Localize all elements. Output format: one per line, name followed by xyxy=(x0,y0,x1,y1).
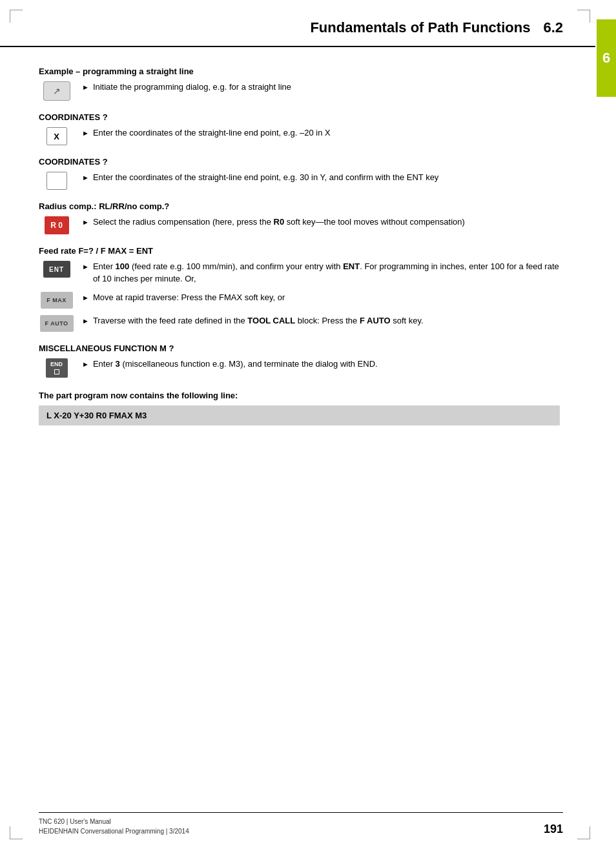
key-r0-icon: R 0 xyxy=(45,216,69,234)
page-footer: TNC 620 | User's Manual HEIDENHAIN Conve… xyxy=(39,812,563,836)
text-cell-fauto: ► Traverse with the feed rate defined in… xyxy=(82,315,560,327)
text-arrow: Initiate the programming dialog, e.g. fo… xyxy=(93,81,291,94)
section-coords-1: COORDINATES ? X ► Enter the coordinates … xyxy=(39,112,560,145)
end-label: END xyxy=(50,362,63,368)
footer-line1: TNC 620 | User's Manual xyxy=(39,817,189,826)
row-arrow: ↗ ► Initiate the programming dialog, e.g… xyxy=(39,81,560,101)
text-cell-fmax: ► Move at rapid traverse: Press the FMAX… xyxy=(82,292,560,304)
footer-info: TNC 620 | User's Manual HEIDENHAIN Conve… xyxy=(39,817,189,836)
text-cell-r0: ► Select the radius compensation (here, … xyxy=(82,216,560,229)
page-number: 191 xyxy=(544,823,563,836)
text-blank: Enter the coordinates of the straight-li… xyxy=(93,172,438,184)
page-header: Fundamentals of Path Functions 6.2 xyxy=(0,0,595,47)
row-x-key: X ► Enter the coordinates of the straigh… xyxy=(39,127,560,145)
chapter-number: 6 xyxy=(602,50,610,66)
text-end: Enter 3 (miscellaneous function e.g. M3)… xyxy=(93,358,378,371)
row-fmax: F MAX ► Move at rapid traverse: Press th… xyxy=(39,292,560,309)
section-misc: MISCELLANEOUS FUNCTION M ? END ► Enter 3… xyxy=(39,343,560,378)
text-cell-x: ► Enter the coordinates of the straight-… xyxy=(82,127,560,139)
bullet-arrow-end: ► xyxy=(82,360,89,370)
key-x-icon: X xyxy=(46,127,67,145)
row-end: END ► Enter 3 (miscellaneous function e.… xyxy=(39,358,560,378)
section-number: 6.2 xyxy=(543,19,563,36)
section-feedrate: Feed rate F=? / F MAX = ENT ENT ► Enter … xyxy=(39,246,560,332)
icon-cell-blank xyxy=(39,172,74,190)
heading-feedrate: Feed rate F=? / F MAX = ENT xyxy=(39,246,560,256)
text-fmax: Move at rapid traverse: Press the FMAX s… xyxy=(93,292,285,304)
page-title: Fundamentals of Path Functions xyxy=(310,19,530,36)
corner-mark-bl xyxy=(10,826,23,839)
bullet-arrow: ► xyxy=(82,83,89,93)
section-radius: Radius comp.: RL/RR/no comp.? R 0 ► Sele… xyxy=(39,201,560,234)
heading-misc: MISCELLANEOUS FUNCTION M ? xyxy=(39,343,560,353)
icon-cell-x: X xyxy=(39,127,74,145)
program-line-box: L X-20 Y+30 R0 FMAX M3 xyxy=(39,405,560,425)
text-ent: Enter 100 (feed rate e.g. 100 mm/min), a… xyxy=(93,261,560,285)
heading-program-line: The part program now contains the follow… xyxy=(39,391,560,400)
heading-radius: Radius comp.: RL/RR/no comp.? xyxy=(39,201,560,211)
heading-coords-2: COORDINATES ? xyxy=(39,157,560,167)
key-fauto-icon: F AUTO xyxy=(40,315,74,332)
icon-cell-ent: ENT xyxy=(39,261,74,278)
section-program-line: The part program now contains the follow… xyxy=(39,391,560,425)
icon-cell-r0: R 0 xyxy=(39,216,74,234)
bullet-arrow-x: ► xyxy=(82,128,89,139)
heading-coords-1: COORDINATES ? xyxy=(39,112,560,122)
text-fauto: Traverse with the feed rate defined in t… xyxy=(93,315,424,327)
corner-mark-br xyxy=(577,826,590,839)
bullet-arrow-ent: ► xyxy=(82,262,89,272)
chapter-tab: 6 xyxy=(597,19,616,97)
end-square xyxy=(54,369,59,374)
text-cell-ent: ► Enter 100 (feed rate e.g. 100 mm/min),… xyxy=(82,261,560,285)
key-fmax-icon: F MAX xyxy=(41,292,73,309)
icon-cell-arrow: ↗ xyxy=(39,81,74,101)
footer-line2: HEIDENHAIN Conversational Programming | … xyxy=(39,826,189,836)
text-cell-end: ► Enter 3 (miscellaneous function e.g. M… xyxy=(82,358,560,371)
icon-cell-fmax: F MAX xyxy=(39,292,74,309)
row-blank-key: ► Enter the coordinates of the straight-… xyxy=(39,172,560,190)
row-ent: ENT ► Enter 100 (feed rate e.g. 100 mm/m… xyxy=(39,261,560,285)
text-x: Enter the coordinates of the straight-li… xyxy=(93,127,331,139)
key-blank-icon xyxy=(46,172,67,190)
bullet-arrow-blank: ► xyxy=(82,173,89,183)
icon-cell-end: END xyxy=(39,358,74,378)
bullet-arrow-r0: ► xyxy=(82,218,89,228)
key-ent-icon: ENT xyxy=(43,261,70,278)
text-cell-blank: ► Enter the coordinates of the straight-… xyxy=(82,172,560,184)
section-example: Example – programming a straight line ↗ … xyxy=(39,66,560,101)
text-cell-arrow: ► Initiate the programming dialog, e.g. … xyxy=(82,81,560,94)
program-line-text: L X-20 Y+30 R0 FMAX M3 xyxy=(46,411,147,420)
main-content: Example – programming a straight line ↗ … xyxy=(0,47,595,445)
key-end-icon: END xyxy=(46,358,68,378)
heading-example: Example – programming a straight line xyxy=(39,66,560,76)
icon-cell-fauto: F AUTO xyxy=(39,315,74,332)
bullet-arrow-fmax: ► xyxy=(82,293,89,303)
page-container: 6 Fundamentals of Path Functions 6.2 Exa… xyxy=(0,0,616,849)
key-arrow-icon: ↗ xyxy=(43,81,70,101)
corner-mark-tl xyxy=(10,10,23,23)
corner-mark-tr xyxy=(577,10,590,23)
bullet-arrow-fauto: ► xyxy=(82,316,89,327)
row-fauto: F AUTO ► Traverse with the feed rate def… xyxy=(39,315,560,332)
section-coords-2: COORDINATES ? ► Enter the coordinates of… xyxy=(39,157,560,190)
row-r0: R 0 ► Select the radius compensation (he… xyxy=(39,216,560,234)
text-r0: Select the radius compensation (here, pr… xyxy=(93,216,465,229)
